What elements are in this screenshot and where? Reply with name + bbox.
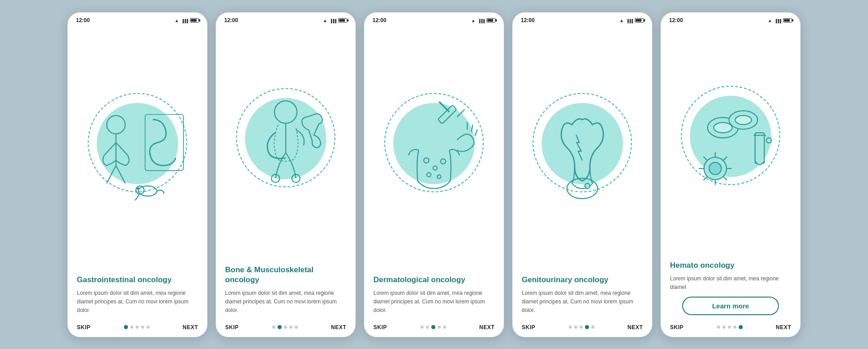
dot-4-2: [574, 326, 577, 329]
svg-point-37: [766, 138, 771, 143]
dot-4-4: [585, 325, 589, 329]
battery-icon-5: [783, 18, 792, 23]
dot-2-4: [289, 326, 292, 329]
signal-icon-3: [478, 17, 484, 23]
svg-point-10: [274, 101, 297, 124]
card-title-2: Bone & Musculoskeletal oncology: [225, 265, 346, 284]
phone-card-3: 12:00: [364, 12, 504, 337]
skip-button-1[interactable]: SKIP: [77, 324, 90, 330]
svg-point-8: [136, 186, 144, 194]
wifi-icon-4: [619, 17, 624, 23]
nav-bar-3: SKIP NEXT: [364, 320, 504, 337]
nav-bar-2: SKIP NEXT: [216, 320, 355, 337]
dot-5-5: [739, 325, 743, 329]
dot-1-2: [130, 326, 133, 329]
status-icons-1: [175, 17, 199, 23]
dot-3-2: [426, 326, 429, 329]
dots-2: [272, 325, 298, 329]
svg-point-14: [424, 158, 429, 163]
dot-2-2: [278, 325, 282, 329]
battery-icon-4: [635, 18, 644, 23]
svg-point-17: [427, 172, 431, 177]
phone-card-1: 12:00: [67, 12, 208, 337]
svg-bone: [221, 84, 351, 201]
svg-line-34: [723, 177, 727, 180]
skip-button-4[interactable]: SKIP: [522, 324, 535, 330]
next-button-2[interactable]: NEXT: [331, 324, 346, 330]
svg-point-20: [585, 183, 590, 188]
svg-point-16: [441, 159, 446, 164]
card-text-1: Lorem ipsum dolor sit dim amet, mea regi…: [77, 289, 198, 315]
svg-point-7: [138, 186, 157, 196]
card-text-5: Lorem ipsum dolor sit dim amet, mea regi…: [670, 275, 791, 292]
svg-line-33: [703, 177, 707, 180]
card-title-4: Genitourinary oncology: [522, 275, 643, 284]
dot-4-3: [580, 326, 583, 329]
illustration-5: [661, 26, 800, 255]
wifi-icon-1: [175, 17, 179, 23]
status-bar-1: 12:00: [68, 13, 207, 26]
svg-line-3: [116, 143, 128, 155]
illustration-3: [364, 26, 504, 270]
dots-4: [569, 325, 594, 329]
svg-point-22: [714, 123, 732, 133]
status-bar-3: 12:00: [364, 13, 504, 26]
skip-button-3[interactable]: SKIP: [373, 324, 387, 330]
next-button-3[interactable]: NEXT: [479, 324, 495, 330]
next-button-1[interactable]: NEXT: [183, 324, 198, 330]
nav-bar-5: SKIP NEXT: [661, 320, 800, 337]
content-5: Hemato oncology Lorem ipsum dolor sit di…: [661, 255, 800, 320]
signal-icon-2: [330, 17, 336, 23]
dot-2-3: [284, 326, 287, 329]
dot-4-1: [569, 326, 572, 329]
dot-1-4: [141, 326, 144, 329]
phone-card-5: 12:00: [660, 12, 801, 337]
dot-2-1: [272, 326, 275, 329]
skip-button-2[interactable]: SKIP: [225, 324, 239, 330]
card-title-1: Gastrointestinal oncology: [77, 275, 198, 284]
svg-rect-6: [145, 115, 184, 171]
svg-line-32: [723, 157, 727, 160]
illustration-1: [68, 26, 207, 270]
learn-more-button[interactable]: Learn more: [682, 297, 779, 315]
nav-bar-4: SKIP NEXT: [513, 320, 652, 337]
svg-line-5: [116, 166, 125, 184]
svg-dermatological: [369, 89, 499, 206]
signal-icon-4: [626, 17, 632, 23]
svg-gastrointestinal: [72, 89, 203, 206]
svg-line-4: [107, 166, 116, 184]
dots-5: [717, 325, 743, 329]
dot-1-3: [136, 326, 139, 329]
dot-5-2: [722, 326, 726, 329]
wifi-icon-5: [768, 17, 772, 23]
skip-button-5[interactable]: SKIP: [670, 324, 684, 330]
svg-genitourinary: [517, 89, 647, 206]
dot-5-3: [728, 326, 731, 329]
status-bar-5: 12:00: [661, 13, 800, 26]
dot-2-5: [295, 326, 298, 329]
dots-3: [420, 325, 446, 329]
battery-icon-3: [486, 18, 495, 23]
time-label-4: 12:00: [521, 17, 535, 23]
battery-icon-2: [338, 18, 347, 23]
svg-point-18: [437, 175, 441, 179]
dot-3-1: [420, 326, 424, 329]
svg-point-15: [433, 166, 437, 170]
card-title-5: Hemato oncology: [670, 261, 791, 270]
dot-4-5: [591, 326, 594, 329]
signal-icon-1: [181, 17, 188, 23]
time-label-2: 12:00: [224, 17, 238, 23]
svg-point-26: [709, 163, 722, 175]
status-bar-4: 12:00: [513, 13, 652, 26]
dot-3-4: [438, 326, 441, 329]
time-label-3: 12:00: [373, 17, 387, 23]
battery-icon-1: [190, 18, 199, 23]
dot-1-1: [124, 325, 128, 329]
phone-card-2: 12:00: [216, 12, 356, 337]
card-text-4: Lorem ipsum dolor sit dim amet, mea regi…: [522, 289, 643, 315]
status-icons-2: [323, 17, 347, 23]
next-button-5[interactable]: NEXT: [776, 324, 791, 330]
dot-3-5: [443, 326, 446, 329]
time-label-1: 12:00: [76, 17, 90, 23]
next-button-4[interactable]: NEXT: [627, 324, 643, 330]
